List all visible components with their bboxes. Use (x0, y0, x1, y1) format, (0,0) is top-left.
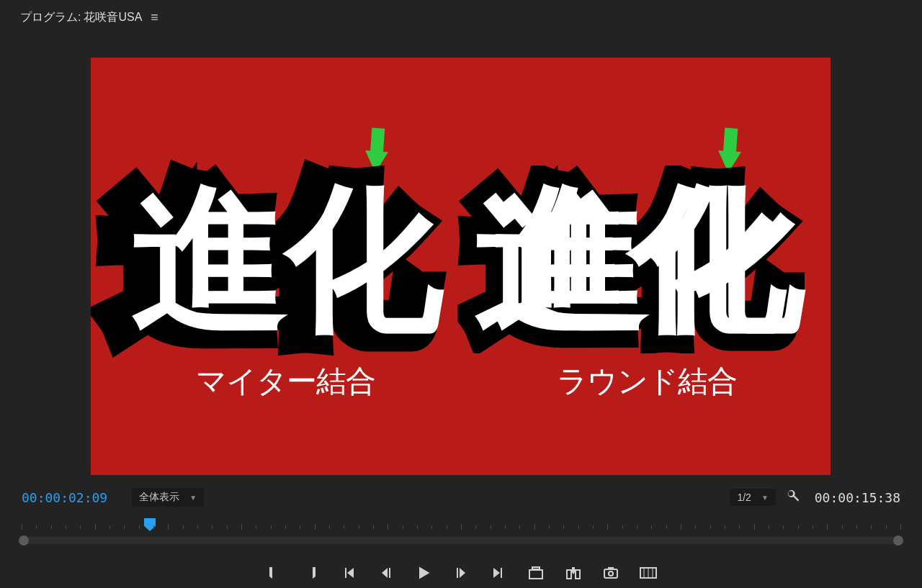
ruler-tick (139, 525, 140, 529)
ruler-tick (461, 524, 462, 530)
lift-button[interactable] (527, 564, 545, 582)
go-to-in-button[interactable] (340, 564, 357, 582)
program-monitor-panel: プログラム: 花咲音USA ≡ 進化 マイター結合 進化 ラウンド結合 00:0… (0, 0, 922, 588)
ruler-tick (344, 525, 344, 529)
panel-title-prefix: プログラム: (20, 10, 81, 25)
ruler-tick (886, 525, 887, 529)
big-text-round: 進化 (474, 180, 820, 338)
ruler-tick (256, 525, 256, 529)
comparison-view-button[interactable] (640, 564, 657, 582)
ruler-tick (109, 525, 110, 529)
mark-in-button[interactable] (265, 564, 282, 582)
ruler-tick (475, 525, 476, 529)
ruler-tick (622, 525, 623, 529)
ruler-tick (900, 524, 901, 530)
step-back-button[interactable] (377, 564, 395, 582)
total-timecode: 00:00:15:38 (815, 490, 900, 505)
ruler-tick (373, 525, 374, 529)
ruler-tick (431, 525, 432, 529)
step-forward-button[interactable] (452, 564, 470, 582)
ruler-tick (359, 525, 359, 529)
panel-sequence-name: 花咲音USA (84, 10, 142, 25)
caption-miter: マイター結合 (112, 361, 458, 402)
ruler-tick (300, 525, 300, 529)
chevron-down-icon: ▼ (761, 494, 769, 502)
chevron-down-icon: ▼ (189, 494, 197, 502)
ruler-tick (813, 525, 813, 529)
ruler-tick (271, 525, 272, 529)
sample-text-block-miter: 進化 マイター結合 (112, 180, 458, 402)
extract-button[interactable] (565, 564, 582, 582)
svg-rect-2 (608, 567, 614, 569)
panel-menu-icon[interactable]: ≡ (151, 10, 158, 25)
ruler-tick (549, 525, 550, 529)
ruler-tick (315, 524, 315, 530)
sample-text-block-round: 進化 ラウンド結合 (474, 180, 820, 402)
ruler-tick (637, 525, 637, 529)
playhead[interactable] (144, 518, 156, 531)
export-frame-button[interactable] (602, 564, 619, 582)
ruler-tick (491, 525, 491, 529)
zoom-handle-left[interactable] (19, 535, 29, 546)
ruler-tick (285, 525, 286, 529)
time-ruler[interactable] (22, 517, 900, 535)
ruler-tick (227, 525, 228, 529)
ruler-tick (519, 525, 520, 529)
ruler-tick (563, 525, 564, 529)
program-monitor-viewport[interactable]: 進化 マイター結合 進化 ラウンド結合 (91, 58, 831, 475)
current-timecode[interactable]: 00:00:02:09 (22, 490, 107, 505)
ruler-tick (329, 525, 330, 529)
ruler-tick (725, 525, 725, 529)
ruler-tick (168, 524, 169, 530)
svg-rect-0 (604, 569, 617, 578)
transport-controls (0, 558, 922, 587)
ruler-tick (447, 525, 447, 529)
caption-round: ラウンド結合 (474, 361, 820, 402)
ruler-tick (534, 524, 535, 530)
svg-point-1 (609, 571, 613, 576)
zoom-level-label: 全体表示 (139, 491, 179, 504)
ruler-tick (66, 525, 66, 529)
ruler-tick (842, 525, 843, 529)
ruler-tick (183, 525, 184, 529)
ruler-tick (417, 525, 418, 529)
ruler-tick (578, 525, 579, 529)
ruler-tick (505, 525, 506, 529)
zoom-level-select[interactable]: 全体表示 ▼ (132, 488, 204, 507)
ruler-tick (95, 524, 96, 530)
ruler-tick (681, 524, 681, 530)
timeline-zoom-scrollbar[interactable] (22, 537, 900, 544)
ruler-tick (51, 525, 52, 529)
ruler-tick (769, 525, 769, 529)
ruler-tick (754, 524, 755, 530)
ruler-tick (124, 525, 125, 529)
ruler-tick (798, 525, 799, 529)
ruler-tick (197, 525, 198, 529)
ruler-tick (783, 525, 784, 529)
ruler-tick (651, 525, 652, 529)
settings-wrench-icon[interactable] (786, 489, 800, 507)
go-to-out-button[interactable] (490, 564, 507, 582)
ruler-tick (871, 525, 872, 529)
video-canvas: 進化 マイター結合 進化 ラウンド結合 (91, 58, 831, 475)
ruler-tick (666, 525, 667, 529)
ruler-tick (153, 525, 154, 529)
ruler-tick (856, 525, 857, 529)
ruler-tick (212, 525, 212, 529)
ruler-tick (710, 525, 711, 529)
ruler-tick (827, 524, 828, 530)
ruler-tick (593, 525, 594, 529)
ruler-tick (695, 525, 696, 529)
zoom-handle-right[interactable] (893, 535, 903, 546)
ruler-tick (241, 524, 242, 530)
ruler-tick (80, 525, 81, 529)
mark-out-button[interactable] (303, 564, 320, 582)
big-text-miter: 進化 (112, 180, 458, 338)
playback-resolution-select[interactable]: 1/2 ▼ (730, 489, 775, 506)
ruler-tick (607, 524, 608, 530)
ruler-tick (403, 525, 403, 529)
play-button[interactable] (415, 564, 432, 582)
panel-title-bar: プログラム: 花咲音USA ≡ (0, 0, 922, 30)
ruler-tick (22, 524, 22, 530)
ruler-tick (388, 524, 388, 530)
